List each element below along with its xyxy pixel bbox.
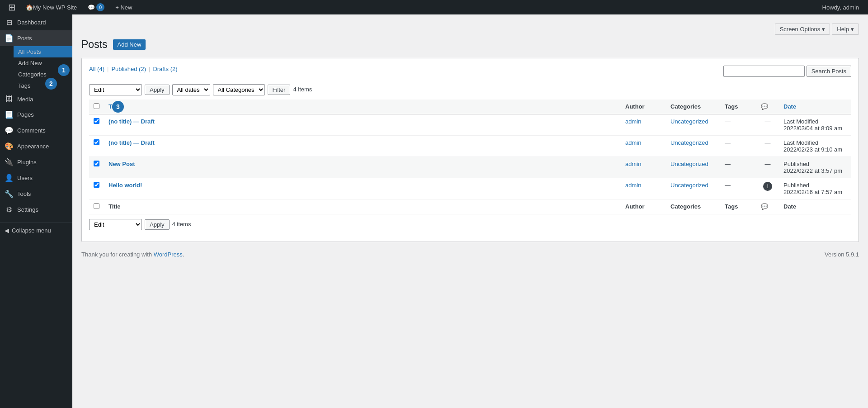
row-comments-cell: — — [756, 136, 779, 157]
apply-button-bottom[interactable]: Apply — [145, 219, 170, 230]
author-link-1[interactable]: admin — [625, 139, 641, 146]
adminbar-new[interactable]: + New — [111, 0, 137, 14]
filter-links: All (4) | Published (2) | Drafts (2) — [89, 66, 723, 72]
sidebar-item-label: Tools — [17, 190, 31, 197]
media-icon: 🖼 — [5, 95, 14, 103]
sidebar-item-tools[interactable]: 🔧 Tools — [0, 186, 72, 202]
post-title-link-3[interactable]: Hello world! — [108, 182, 142, 189]
filter-published[interactable]: Published (2) — [111, 66, 146, 72]
post-title-link-2[interactable]: New Post — [108, 161, 135, 167]
sidebar-item-label: Comments — [17, 127, 46, 134]
date-status-0: Last Modified — [783, 118, 847, 125]
row-author-cell: admin — [621, 114, 666, 136]
sidebar-item-add-new[interactable]: Add New — [14, 57, 72, 69]
screen-options-button[interactable]: Screen Options ▾ — [775, 24, 830, 35]
row-date-cell: Last Modified 2022/03/04 at 8:09 am — [779, 114, 851, 136]
footer-comments: 💬 — [756, 199, 779, 214]
tags-dash-3: — — [725, 182, 731, 189]
filter-button[interactable]: Filter — [268, 85, 291, 95]
sidebar-item-all-posts[interactable]: All Posts — [14, 46, 72, 57]
row-tags-cell: — — [720, 114, 756, 136]
sidebar-item-settings[interactable]: ⚙ Settings — [0, 202, 72, 218]
footer-wp-link[interactable]: WordPress — [154, 251, 183, 258]
adminbar-site-name[interactable]: 🏠 My New WP Site — [21, 0, 81, 14]
date-filter-select[interactable]: All dates — [172, 84, 210, 95]
sidebar-item-label: Plugins — [17, 159, 37, 166]
cat-link-2[interactable]: Uncategorized — [670, 161, 708, 167]
search-posts-input[interactable] — [723, 66, 805, 77]
filter-all[interactable]: All (4) — [89, 66, 104, 72]
dashboard-icon: ⊟ — [5, 18, 14, 27]
apply-button-top[interactable]: Apply — [145, 85, 170, 95]
sidebar-sub-label: Add New — [18, 60, 42, 66]
sidebar-item-users[interactable]: 👤 Users — [0, 170, 72, 186]
cat-link-1[interactable]: Uncategorized — [670, 139, 708, 146]
comment-dash: — — [765, 161, 771, 167]
comment-badge[interactable]: 1 — [763, 182, 772, 191]
help-button[interactable]: Help ▾ — [832, 24, 859, 35]
sidebar-item-tags[interactable]: Tags — [14, 80, 72, 91]
row-author-cell: admin — [621, 157, 666, 178]
row-checkbox-cell — [89, 136, 104, 157]
sidebar-item-media[interactable]: 🖼 Media — [0, 91, 72, 107]
row-checkbox-1[interactable] — [94, 139, 99, 145]
row-checkbox-3[interactable] — [94, 182, 99, 188]
bulk-action-bar-top: EditMove to Trash Apply All dates All Ca… — [89, 83, 851, 96]
sidebar-item-plugins[interactable]: 🔌 Plugins — [0, 154, 72, 170]
sidebar-item-appearance[interactable]: 🎨 Appearance — [0, 138, 72, 154]
author-link-2[interactable]: admin — [625, 161, 641, 167]
add-new-button[interactable]: Add New — [113, 39, 146, 50]
footer-author: Author — [621, 199, 666, 214]
help-chevron: ▾ — [851, 26, 854, 33]
sidebar-item-label: Appearance — [17, 143, 49, 150]
sidebar-item-pages[interactable]: 📃 Pages — [0, 107, 72, 123]
row-checkbox-2[interactable] — [94, 161, 99, 166]
row-checkbox-0[interactable] — [94, 118, 99, 124]
select-all-checkbox-bottom[interactable] — [94, 203, 99, 209]
search-posts-area: Search Posts — [723, 66, 851, 77]
header-date[interactable]: Date — [779, 100, 851, 114]
header-author: Author — [621, 100, 666, 114]
search-posts-button[interactable]: Search Posts — [807, 66, 851, 77]
plugins-icon: 🔌 — [5, 158, 14, 166]
row-title-cell: (no title) — Draft Edit|Quick Edit|Trash… — [104, 136, 621, 157]
select-all-checkbox-top[interactable] — [94, 103, 99, 109]
adminbar-comments[interactable]: 💬 0 — [83, 0, 109, 14]
cat-link-0[interactable]: Uncategorized — [670, 118, 708, 125]
header-title[interactable]: Title — [104, 100, 621, 114]
post-title-link-0[interactable]: (no title) — Draft — [108, 118, 155, 125]
date-status-2: Published — [783, 161, 847, 167]
header-categories: Categories — [666, 100, 720, 114]
table-row: (no title) — Draft Edit|Quick Edit|Trash… — [89, 114, 851, 136]
post-title-link-1[interactable]: (no title) — Draft — [108, 139, 155, 146]
bulk-action-select-top[interactable]: EditMove to Trash — [89, 84, 142, 95]
category-filter-select[interactable]: All Categories — [213, 84, 265, 95]
header-tags: Tags — [720, 100, 756, 114]
posts-icon: 📄 — [5, 34, 14, 43]
cat-link-3[interactable]: Uncategorized — [670, 182, 708, 189]
filter-and-search-bar: Search Posts All (4) | Published (2) | D… — [89, 66, 851, 78]
footer-thank-you: Thank you for creating with WordPress. — [81, 251, 184, 258]
footer-title[interactable]: Title — [104, 199, 621, 214]
footer-tags: Tags — [720, 199, 756, 214]
filter-drafts[interactable]: Drafts (2) — [153, 66, 177, 72]
sidebar-item-dashboard[interactable]: ⊟ Dashboard — [0, 14, 72, 30]
row-comments-cell: — — [756, 157, 779, 178]
bulk-action-select-bottom[interactable]: EditMove to Trash — [89, 219, 142, 230]
author-link-0[interactable]: admin — [625, 118, 641, 125]
footer-date[interactable]: Date — [779, 199, 851, 214]
sidebar-item-comments[interactable]: 💬 Comments — [0, 123, 72, 138]
bulk-action-bar-bottom: EditMove to Trash Apply 4 items — [89, 218, 851, 231]
row-checkbox-cell — [89, 178, 104, 199]
collapse-menu[interactable]: ◀ Collapse menu — [0, 222, 72, 238]
row-categories-cell: Uncategorized — [666, 114, 720, 136]
sidebar-item-label: Dashboard — [17, 19, 46, 26]
date-value-0: 2022/03/04 at 8:09 am — [783, 125, 847, 132]
wp-logo[interactable]: ⊞ — [5, 2, 19, 13]
row-categories-cell: Uncategorized — [666, 157, 720, 178]
sidebar-item-posts[interactable]: 📄 Posts — [0, 30, 72, 46]
author-link-3[interactable]: admin — [625, 182, 641, 189]
tags-dash-0: — — [725, 118, 731, 125]
sidebar-item-categories[interactable]: Categories — [14, 69, 72, 80]
row-author-cell: admin — [621, 136, 666, 157]
